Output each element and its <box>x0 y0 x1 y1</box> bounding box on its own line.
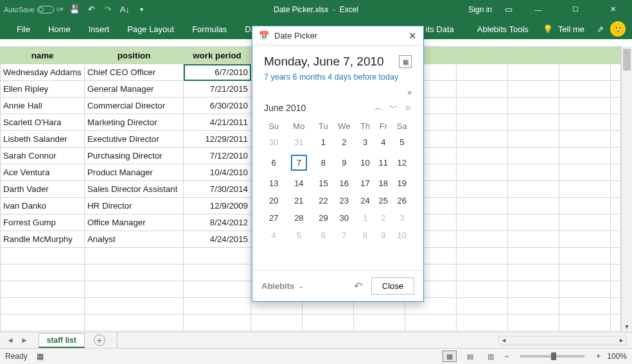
autosave-toggle[interactable]: AutoSave Off <box>4 6 63 13</box>
empty-cell[interactable] <box>559 131 611 148</box>
empty-cell[interactable] <box>1 264 85 281</box>
empty-cell[interactable] <box>508 214 559 231</box>
maximize-button[interactable]: ☐ <box>563 0 588 19</box>
calendar-day[interactable]: 8 <box>314 151 332 175</box>
qat-customize-icon[interactable]: ▾ <box>136 4 146 15</box>
cell-date[interactable]: 6/7/2010 <box>184 64 251 81</box>
empty-cell[interactable] <box>405 315 457 331</box>
zoom-in-button[interactable]: + <box>596 352 601 361</box>
calendar-day[interactable]: 12 <box>392 151 412 175</box>
empty-cell[interactable] <box>611 231 621 248</box>
empty-cell[interactable] <box>611 214 621 231</box>
empty-cell[interactable] <box>508 248 559 264</box>
cell-position[interactable]: Exectutive Director <box>85 131 184 148</box>
calendar-day[interactable]: 7 <box>332 227 356 244</box>
feedback-smiley-icon[interactable]: 🙂 <box>610 21 626 37</box>
empty-cell[interactable] <box>457 148 508 164</box>
empty-cell[interactable] <box>559 64 611 81</box>
empty-cell[interactable] <box>303 315 354 331</box>
cell-position[interactable]: General Manager <box>85 81 184 98</box>
empty-cell[interactable] <box>611 298 621 315</box>
empty-cell[interactable] <box>457 164 508 181</box>
empty-cell[interactable] <box>508 264 559 281</box>
sheet-nav-prev-icon[interactable]: ◄ <box>6 336 14 345</box>
calendar-day[interactable]: 3 <box>356 134 374 151</box>
empty-cell[interactable] <box>611 181 621 198</box>
empty-cell[interactable] <box>611 264 621 281</box>
empty-cell[interactable] <box>508 281 559 298</box>
cell-date[interactable]: 7/21/2015 <box>184 81 251 98</box>
vertical-scrollbar[interactable]: ▲ ▼ <box>621 46 632 332</box>
calendar-day[interactable]: 13 <box>264 175 283 192</box>
cell-date[interactable]: 7/12/2010 <box>184 148 251 164</box>
cell-position[interactable]: Commercial Director <box>85 98 184 114</box>
cell-position[interactable]: Product Manager <box>85 164 184 181</box>
zoom-level[interactable]: 100% <box>607 352 627 361</box>
empty-cell[interactable] <box>559 264 611 281</box>
empty-cell[interactable] <box>559 81 611 98</box>
calendar-day[interactable]: 10 <box>356 151 374 175</box>
date-calculator-icon[interactable]: ▦ <box>399 55 412 68</box>
calendar-day[interactable]: 15 <box>314 175 332 192</box>
calendar-day[interactable]: 4 <box>374 134 392 151</box>
tell-me[interactable]: Tell me <box>558 24 584 34</box>
empty-cell[interactable] <box>184 248 251 264</box>
empty-cell[interactable] <box>1 248 85 264</box>
cell-date[interactable]: 10/4/2010 <box>184 164 251 181</box>
calendar-day[interactable]: 4 <box>264 227 283 244</box>
cell-position[interactable]: Chief CEO Officer <box>85 64 184 81</box>
cell-name[interactable]: Annie Hall <box>1 98 85 114</box>
cell-position[interactable]: Sales Director Assistant <box>85 181 184 198</box>
empty-cell[interactable] <box>559 281 611 298</box>
cell-name[interactable]: Ace Ventura <box>1 164 85 181</box>
close-window-button[interactable]: ✕ <box>600 0 626 19</box>
calendar-day[interactable]: 22 <box>314 192 332 209</box>
page-layout-view-button[interactable]: ▤ <box>463 351 477 362</box>
empty-cell[interactable] <box>457 315 508 331</box>
cell-date[interactable]: 4/21/2011 <box>184 114 251 131</box>
cell-date[interactable]: 6/30/2010 <box>184 98 251 114</box>
cell-position[interactable]: Purchasing Director <box>85 148 184 164</box>
calendar-day[interactable]: 1 <box>356 209 374 227</box>
empty-cell[interactable] <box>559 98 611 114</box>
month-label[interactable]: June 2010 <box>264 103 306 113</box>
empty-cell[interactable] <box>508 81 559 98</box>
today-button-icon[interactable]: ☼ <box>404 102 412 114</box>
empty-cell[interactable] <box>457 131 508 148</box>
tab-file[interactable]: File <box>8 19 39 39</box>
empty-cell[interactable] <box>508 198 559 214</box>
empty-cell[interactable] <box>457 264 508 281</box>
calendar-day[interactable]: 2 <box>374 209 392 227</box>
calendar-day[interactable]: 17 <box>356 175 374 192</box>
tab-home[interactable]: Home <box>39 19 80 39</box>
empty-cell[interactable] <box>559 114 611 131</box>
tab-insert[interactable]: Insert <box>80 19 119 39</box>
cell-position[interactable]: HR Director <box>85 198 184 214</box>
empty-cell[interactable] <box>508 131 559 148</box>
empty-cell[interactable] <box>184 264 251 281</box>
calendar-day[interactable]: 23 <box>332 192 356 209</box>
save-icon[interactable]: 💾 <box>69 4 80 15</box>
empty-cell[interactable] <box>559 198 611 214</box>
sort-icon[interactable]: A↓ <box>119 4 130 15</box>
tab-formulas[interactable]: Formulas <box>183 19 236 39</box>
cell-date[interactable]: 7/30/2014 <box>184 181 251 198</box>
calendar-day[interactable]: 28 <box>283 209 314 227</box>
empty-cell[interactable] <box>559 298 611 315</box>
calendar-day[interactable]: 21 <box>283 192 314 209</box>
empty-cell[interactable] <box>85 248 184 264</box>
sheet-nav-next-icon[interactable]: ► <box>21 336 28 345</box>
calendar-day[interactable]: 8 <box>356 227 374 244</box>
empty-cell[interactable] <box>457 181 508 198</box>
calendar-day[interactable]: 5 <box>283 227 314 244</box>
empty-cell[interactable] <box>559 315 611 331</box>
calendar-day[interactable]: 25 <box>374 192 392 209</box>
empty-cell[interactable] <box>457 298 508 315</box>
calendar-day[interactable]: 26 <box>392 192 412 209</box>
share-icon[interactable]: ⇗ <box>595 24 605 34</box>
prev-month-button[interactable]: ︿ <box>374 102 383 114</box>
empty-cell[interactable] <box>611 131 621 148</box>
empty-cell[interactable] <box>457 98 508 114</box>
cell-name[interactable]: Sarah Connor <box>1 148 85 164</box>
empty-cell[interactable] <box>184 281 251 298</box>
